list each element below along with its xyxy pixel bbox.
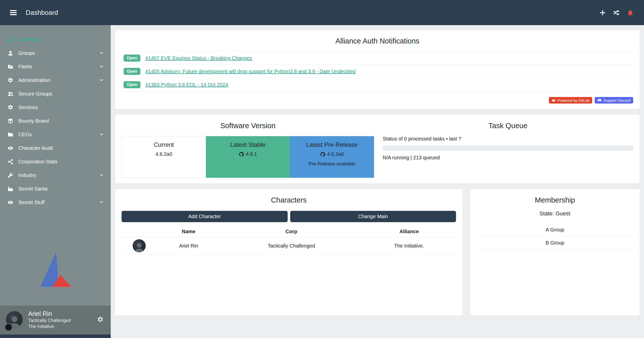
notifications-footer: Powered by GitLab Support Discord [122, 97, 633, 104]
sidebar-item-label: Secret Santa [18, 186, 48, 192]
person-photo-icon [133, 242, 145, 252]
sidebar-item-secret-santa[interactable]: Secret Santa [0, 182, 111, 196]
page-title: Dashboard [26, 9, 58, 17]
cogs-icon [8, 105, 13, 110]
wrench-icon [8, 172, 13, 178]
software-version-section: Software Version Current 4.6.2a0 Latest … [122, 120, 374, 178]
notification-row: Open#1407 EVE Equinox Status - Breaking … [122, 51, 633, 65]
sidebar-item-label: Fleets [18, 64, 32, 70]
shuffle-button[interactable] [612, 9, 621, 17]
notification-link[interactable]: #1405 Advisory: Future development will … [145, 69, 356, 74]
discord-badge-label: Support Discord [603, 99, 630, 102]
user-settings-gear-button[interactable] [96, 315, 105, 324]
notifications-title: Alliance Auth Notifications [122, 37, 633, 45]
notification-link[interactable]: #1407 EVE Equinox Status - Breaking Chan… [145, 55, 252, 61]
character-avatar [133, 239, 146, 252]
corp-logo-avatar [5, 323, 13, 331]
bell-icon [627, 10, 633, 16]
notification-link[interactable]: #1383 Python 3.8 EOL - 14 Oct 2024 [145, 82, 228, 88]
user-name: Ariel Rin [28, 310, 71, 318]
sidebar-item-label: CEOs [18, 132, 32, 137]
cogs-icon [8, 77, 13, 83]
user-icon [8, 50, 13, 56]
current-label: Current [125, 141, 203, 148]
name-column-header: Name [157, 226, 220, 237]
check-circle-icon [8, 37, 13, 42]
membership-title: Membership [477, 196, 633, 204]
characters-card: Characters Add Character Change Main Nam… [115, 189, 463, 316]
sidebar-item-label: Industry [18, 172, 36, 178]
sidebar-item-label: Corporation Stats [18, 159, 58, 165]
characters-table: Name Corp Alliance Ariel RinTactically C… [122, 226, 456, 255]
sidebar-item-secure-groups[interactable]: Secure Groups [0, 87, 111, 101]
sidebar-item-label: Bounty Board [18, 118, 49, 124]
user-corp: Tactically Challenged [28, 318, 71, 323]
group-row: A Group [477, 223, 633, 236]
add-character-button[interactable]: Add Character [122, 211, 288, 222]
folder-icon [8, 132, 13, 137]
share-icon [8, 159, 13, 165]
group-row: B Group [477, 236, 633, 250]
support-discord-badge[interactable]: Support Discord [595, 97, 633, 104]
sidebar-item-label: Services [18, 105, 38, 110]
eye-icon [8, 145, 13, 151]
notification-row: Open#1383 Python 3.8 EOL - 14 Oct 2024 [122, 78, 633, 91]
menu-toggle-button[interactable] [10, 9, 17, 16]
sidebar-item-character-audit[interactable]: Character Audit [0, 141, 111, 155]
app-shell: DashboardGroupsFleetsAdministrationSecur… [0, 25, 644, 338]
version-grid: Current 4.6.2a0 Latest Stable 4.6.1 Late… [122, 136, 374, 178]
sidebar-item-corporation-stats[interactable]: Corporation Stats [0, 155, 111, 168]
software-version-card: Software Version Current 4.6.2a0 Latest … [115, 114, 640, 184]
sidebar-item-label: Groups [18, 50, 35, 56]
chevron-down-icon [99, 173, 104, 177]
sidebar-item-industry[interactable]: Industry [0, 168, 111, 182]
prerelease-note: Pre-Release available [293, 161, 371, 167]
character-corp: Tactically Challenged [220, 237, 362, 255]
menu-icon [10, 9, 17, 16]
notifications-card: Alliance Auth Notifications Open#1407 EV… [115, 30, 640, 109]
task-queue-status: Status of 0 processed tasks • last ? [383, 136, 633, 142]
discord-icon [597, 98, 601, 102]
industry-icon [8, 186, 13, 192]
powered-by-gitlab-badge[interactable]: Powered by GitLab [549, 97, 592, 104]
user-alliance: The Initiative. [28, 324, 71, 329]
notifications-bell-button[interactable] [626, 9, 634, 17]
corp-column-header: Corp [220, 226, 362, 237]
sidebar-item-administration[interactable]: Administration [0, 73, 111, 87]
character-alliance: The Initiative. [362, 237, 456, 255]
sidebar-item-services[interactable]: Services [0, 101, 111, 114]
github-icon [239, 152, 244, 157]
task-queue-section: Task Queue Status of 0 processed tasks •… [383, 120, 633, 178]
github-icon [320, 152, 325, 157]
notifications-list: Open#1407 EVE Equinox Status - Breaking … [122, 51, 633, 91]
sidebar-item-label: Secret Stuff [18, 200, 45, 205]
sidebar-item-bounty-board[interactable]: Bounty Board [0, 114, 111, 128]
change-main-button[interactable]: Change Main [290, 211, 456, 222]
sidebar-bottom-strip [0, 334, 111, 338]
current-version: 4.6.2a0 [156, 151, 172, 157]
sidebar-item-ceos[interactable]: CEOs [0, 128, 111, 141]
membership-groups-list: A GroupB Group [477, 223, 633, 250]
sidebar-item-dashboard[interactable]: Dashboard [0, 33, 111, 46]
sidebar-item-groups[interactable]: Groups [0, 46, 111, 60]
gear-icon [97, 316, 104, 323]
software-version-title: Software Version [122, 122, 374, 130]
top-navbar: Dashboard [0, 0, 644, 25]
sidebar-item-secret-stuff[interactable]: Secret Stuff [0, 196, 111, 209]
add-button[interactable] [598, 9, 607, 17]
chevron-down-icon [99, 51, 104, 55]
plus-icon [599, 10, 606, 16]
table-header-row: Name Corp Alliance [122, 226, 456, 237]
chevron-down-icon [99, 200, 104, 205]
cube-icon [8, 118, 13, 124]
status-badge: Open [124, 55, 140, 62]
chevron-down-icon [99, 78, 104, 82]
sidebar-item-fleets[interactable]: Fleets [0, 60, 111, 73]
users-icon [8, 91, 13, 97]
bottom-row: Characters Add Character Change Main Nam… [115, 189, 640, 316]
stable-version: 4.6.1 [246, 151, 257, 157]
task-queue-progress-bar [383, 146, 633, 151]
shuffle-icon [613, 10, 620, 16]
sidebar-item-label: Secure Groups [18, 91, 52, 97]
user-panel: Ariel Rin Tactically Challenged The Init… [0, 306, 111, 334]
